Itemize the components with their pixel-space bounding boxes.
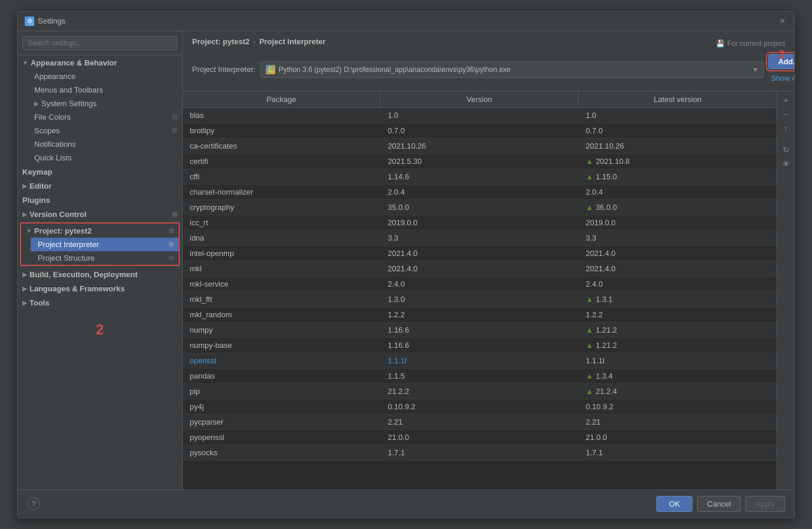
package-version: 0.7.0	[381, 123, 579, 138]
table-row[interactable]: py4j0.10.9.20.10.9.2	[183, 399, 777, 415]
interpreter-icon-small: ⊞	[169, 241, 174, 248]
package-name[interactable]: openssl	[183, 353, 381, 368]
table-row[interactable]: cryptography35.0.0▲36.0.0	[183, 200, 777, 215]
sidebar-item-quick-lists[interactable]: Quick Lists	[27, 151, 182, 165]
sidebar-item-project-pytest2[interactable]: ▼ Project: pytest2 ⊞ 1	[21, 224, 179, 238]
interpreter-select[interactable]: 🐍 Python 3.6 (pytest2) D:\professional_a…	[260, 61, 764, 78]
right-sidebar: + − ↑ ↻ 👁	[777, 91, 794, 489]
sidebar-item-scopes[interactable]: Scopes ⊞	[27, 124, 182, 137]
dialog-title: ⚙ Settings	[25, 17, 65, 26]
chevron-right-icon-vc: ▶	[22, 211, 27, 218]
package-latest: 1.1.1l	[579, 353, 777, 368]
package-name: cffi	[183, 169, 381, 184]
sidebar-item-languages[interactable]: ▶ Languages & Frameworks	[18, 281, 182, 295]
sidebar-item-keymap[interactable]: Keymap	[18, 165, 182, 179]
package-version: 0.10.9.2	[381, 399, 579, 414]
sidebar-item-file-colors[interactable]: File Colors ⊞	[27, 110, 182, 124]
package-latest: 2.4.0	[579, 277, 777, 291]
package-name: icc_rt	[183, 215, 381, 230]
sidebar-item-appearance[interactable]: Appearance	[27, 70, 182, 83]
package-version: 1.7.1	[381, 445, 579, 460]
sidebar-item-notifications[interactable]: Notifications	[27, 137, 182, 151]
header-top-row: Project: pytest2 › Project Interpreter 💾…	[192, 37, 785, 51]
sidebar-item-appearance-behavior[interactable]: ▼ Appearance & Behavior	[18, 55, 182, 70]
package-latest: ▲21.2.4	[579, 384, 777, 399]
table-row[interactable]: charset-normalizer2.0.42.0.4	[183, 185, 777, 200]
file-colors-icon: ⊞	[172, 113, 177, 121]
table-row[interactable]: ca-certificates2021.10.262021.10.26	[183, 139, 777, 154]
close-button[interactable]: ×	[778, 17, 787, 26]
table-row[interactable]: idna3.33.3	[183, 231, 777, 246]
ok-button[interactable]: OK	[656, 496, 692, 512]
package-version[interactable]: 1.1.1l	[381, 353, 579, 368]
table-row[interactable]: pyopenssl21.0.021.0.0	[183, 430, 777, 445]
apply-button[interactable]: Apply	[745, 496, 785, 512]
sidebar-item-editor[interactable]: ▶ Editor	[18, 179, 182, 193]
remove-package-button[interactable]: −	[780, 108, 793, 121]
refresh-button[interactable]: ↻	[780, 143, 793, 156]
package-version: 35.0.0	[381, 200, 579, 215]
settings-dialog: ⚙ Settings × ▼ Appearance & Behavior App…	[17, 11, 795, 518]
table-row[interactable]: brotlipy0.7.00.7.0	[183, 123, 777, 139]
table-row[interactable]: pandas1.1.5▲1.3.4	[183, 369, 777, 384]
chevron-right-icon-tools: ▶	[22, 300, 27, 306]
sidebar-item-tools[interactable]: ▶ Tools	[18, 295, 182, 310]
sidebar-item-version-control[interactable]: ▶ Version Control ⊞	[18, 207, 182, 221]
table-row[interactable]: numpy-base1.16.6▲1.21.2	[183, 338, 777, 353]
package-version: 2.21	[381, 415, 579, 429]
add-package-button[interactable]: +	[780, 94, 793, 107]
sidebar-item-project-interpreter[interactable]: Project Interpreter ⊞	[31, 238, 179, 251]
package-version: 1.3.0	[381, 292, 579, 307]
package-name: numpy-base	[183, 338, 381, 353]
table-row[interactable]: pycparser2.212.21	[183, 415, 777, 430]
package-name: pandas	[183, 369, 381, 383]
package-name: pycparser	[183, 415, 381, 429]
sidebar-item-build-execution[interactable]: ▶ Build, Execution, Deployment	[18, 267, 182, 281]
table-row[interactable]: mkl2021.4.02021.4.0	[183, 261, 777, 277]
interpreter-select-left: 🐍 Python 3.6 (pytest2) D:\professional_a…	[266, 65, 511, 74]
table-row[interactable]: cffi1.14.6▲1.15.0	[183, 169, 777, 185]
table-row[interactable]: mkl-service2.4.02.4.0	[183, 277, 777, 292]
help-button[interactable]: ?	[27, 497, 40, 510]
package-name: mkl_fft	[183, 292, 381, 307]
sidebar-item-plugins[interactable]: Plugins	[18, 193, 182, 207]
titlebar: ⚙ Settings ×	[18, 12, 794, 31]
update-arrow-icon: ▲	[586, 157, 593, 166]
project-children: Project Interpreter ⊞ Project Structure …	[21, 238, 179, 265]
show-all-button[interactable]: Show All...	[768, 71, 794, 85]
package-latest: ▲1.21.2	[579, 338, 777, 353]
package-name: numpy	[183, 323, 381, 337]
table-row[interactable]: certifi2021.5.30▲2021.10.8	[183, 154, 777, 169]
structure-icon: ⊞	[169, 254, 174, 262]
table-row[interactable]: blas1.01.0	[183, 108, 777, 123]
package-version: 2021.10.26	[381, 139, 579, 153]
scopes-icon: ⊞	[172, 127, 177, 134]
upgrade-package-button[interactable]: ↑	[780, 122, 793, 135]
table-row[interactable]: numpy1.16.6▲1.21.2	[183, 323, 777, 338]
settings-sidebar: ▼ Appearance & Behavior Appearance Menus…	[18, 31, 183, 489]
sidebar-item-project-structure[interactable]: Project Structure ⊞	[31, 251, 179, 265]
search-input[interactable]	[22, 36, 177, 50]
table-row[interactable]: pysocks1.7.11.7.1	[183, 445, 777, 461]
package-latest: 1.2.2	[579, 307, 777, 322]
breadcrumb-page: Project Interpreter	[259, 37, 326, 46]
table-row[interactable]: pip21.2.2▲21.2.4	[183, 384, 777, 399]
sidebar-item-system-settings[interactable]: ▶ System Settings	[27, 97, 182, 110]
table-row[interactable]: icc_rt2019.0.02019.0.0	[183, 215, 777, 231]
table-header: Package Version Latest version	[183, 91, 777, 108]
cancel-button[interactable]: Cancel	[697, 496, 741, 512]
package-version: 1.2.2	[381, 307, 579, 322]
package-latest: 2021.10.26	[579, 139, 777, 153]
package-name: pysocks	[183, 445, 381, 460]
sidebar-item-menus-toolbars[interactable]: Menus and Toolbars	[27, 83, 182, 97]
project-icon: ⊞	[169, 227, 174, 235]
eye-button[interactable]: 👁	[780, 157, 793, 170]
update-arrow-icon: ▲	[586, 387, 593, 396]
package-latest: ▲1.3.1	[579, 292, 777, 307]
table-row[interactable]: mkl_fft1.3.0▲1.3.1	[183, 292, 777, 307]
annotation-2: 2	[18, 310, 182, 350]
table-row[interactable]: mkl_random1.2.21.2.2	[183, 307, 777, 323]
table-row[interactable]: intel-openmp2021.4.02021.4.0	[183, 246, 777, 261]
package-version: 3.3	[381, 231, 579, 245]
table-row[interactable]: openssl1.1.1l1.1.1l	[183, 353, 777, 369]
